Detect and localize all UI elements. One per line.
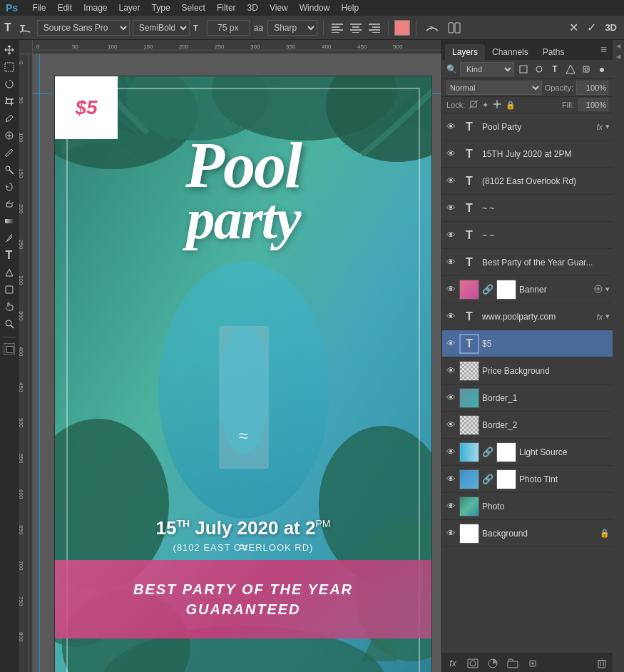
history-brush-tool[interactable] bbox=[2, 180, 16, 194]
tab-channels[interactable]: Channels bbox=[485, 44, 536, 60]
lock-pixels-btn[interactable]: ✦ bbox=[482, 101, 489, 110]
new-group-button[interactable] bbox=[505, 656, 521, 671]
align-left-button[interactable] bbox=[329, 20, 345, 36]
rectangle-select-tool[interactable] bbox=[2, 60, 16, 74]
layer-visibility-photo-tint[interactable]: 👁 bbox=[445, 474, 456, 485]
layer-visibility-light-source[interactable]: 👁 bbox=[445, 447, 456, 458]
layer-visibility-pool-party[interactable]: 👁 bbox=[445, 121, 456, 133]
layer-expand-banner[interactable]: ▾ bbox=[605, 285, 610, 294]
pen-tool[interactable] bbox=[2, 231, 16, 245]
lock-all-btn[interactable]: 🔒 bbox=[506, 101, 516, 110]
layer-visibility-border2[interactable]: 👁 bbox=[445, 419, 456, 431]
layer-visibility-website[interactable]: 👁 bbox=[445, 311, 456, 322]
text-color-swatch[interactable] bbox=[394, 20, 410, 36]
layer-expand-pool-party[interactable]: ▾ bbox=[605, 122, 610, 131]
font-weight-select[interactable]: SemiBold bbox=[133, 20, 190, 36]
menu-view[interactable]: View bbox=[270, 3, 288, 13]
layer-pool-party[interactable]: 👁 T Pool Party fx ▾ bbox=[442, 113, 613, 141]
filter-toggle-btn[interactable]: ● bbox=[595, 63, 608, 76]
menu-help[interactable]: Help bbox=[341, 3, 359, 13]
layer-fx-website[interactable]: fx bbox=[596, 312, 603, 321]
layer-visibility-wave2[interactable]: 👁 bbox=[445, 230, 456, 241]
layer-fx-pool-party[interactable]: fx bbox=[596, 123, 603, 131]
menu-layer[interactable]: Layer bbox=[119, 3, 140, 13]
layers-list[interactable]: 👁 T Pool Party fx ▾ 👁 T 15TH July 2020 a… bbox=[442, 113, 613, 653]
lock-position-btn[interactable] bbox=[493, 100, 501, 111]
filter-pixel-btn[interactable] bbox=[517, 63, 530, 76]
menu-type[interactable]: Type bbox=[152, 3, 170, 13]
align-center-button[interactable] bbox=[348, 20, 364, 36]
opacity-input[interactable] bbox=[576, 81, 608, 95]
layer-visibility-photo[interactable]: 👁 bbox=[445, 501, 456, 512]
font-family-select[interactable]: Source Sans Pro bbox=[37, 20, 130, 36]
filter-type-select[interactable]: Kind bbox=[460, 62, 514, 76]
new-layer-button[interactable] bbox=[525, 656, 541, 671]
layer-expand-website[interactable]: ▾ bbox=[605, 312, 610, 321]
zoom-tool[interactable] bbox=[2, 317, 16, 331]
commit-type-button[interactable]: ✓ bbox=[584, 19, 599, 36]
layer-price[interactable]: 👁 T $5 bbox=[442, 330, 613, 357]
blend-mode-select[interactable]: Normal bbox=[446, 81, 542, 95]
layer-border1[interactable]: 👁 Border_1 bbox=[442, 385, 613, 412]
layer-8102-east[interactable]: 👁 T (8102 East Overlook Rd) bbox=[442, 168, 613, 195]
layer-price-bg[interactable]: 👁 Price Background bbox=[442, 357, 613, 385]
fill-input[interactable] bbox=[578, 98, 608, 111]
warp-text-button[interactable]: T bbox=[16, 20, 34, 36]
filter-shape-btn[interactable] bbox=[564, 63, 577, 76]
gradient-tool[interactable] bbox=[2, 214, 16, 228]
layer-15th-july[interactable]: 👁 T 15TH July 2020 at 2PM bbox=[442, 141, 613, 168]
add-fx-button[interactable]: fx bbox=[445, 656, 461, 671]
menu-file[interactable]: File bbox=[32, 3, 46, 13]
hand-tool[interactable] bbox=[2, 300, 16, 314]
warp-text-options-button[interactable]: T bbox=[422, 21, 442, 35]
menu-edit[interactable]: Edit bbox=[57, 3, 72, 13]
layer-best-party[interactable]: 👁 T Best Party of the Year Guar... bbox=[442, 249, 613, 276]
filter-adjustment-btn[interactable] bbox=[533, 63, 546, 76]
menu-window[interactable]: Window bbox=[300, 3, 330, 13]
info-tab[interactable]: ◀ bbox=[615, 54, 622, 60]
foreground-color[interactable] bbox=[4, 343, 15, 355]
layer-visibility-wave1[interactable]: 👁 bbox=[445, 203, 456, 214]
clone-stamp-tool[interactable] bbox=[2, 163, 16, 177]
panel-menu-button[interactable]: ≡ bbox=[598, 40, 610, 60]
healing-tool[interactable] bbox=[2, 128, 16, 143]
lock-transparent-btn[interactable] bbox=[469, 100, 478, 111]
crop-tool[interactable] bbox=[2, 94, 16, 108]
3d-mode-label[interactable]: 3D bbox=[605, 22, 617, 33]
new-adjustment-button[interactable] bbox=[485, 656, 501, 671]
layer-photo-tint[interactable]: 👁 🔗 Photo Tint bbox=[442, 466, 613, 493]
filter-smart-obj-btn[interactable] bbox=[580, 63, 593, 76]
layer-visibility-banner[interactable]: 👁 bbox=[445, 284, 456, 295]
path-selection-tool[interactable] bbox=[2, 265, 16, 280]
add-mask-button[interactable] bbox=[465, 656, 481, 671]
navigator-tab[interactable]: ◀ bbox=[615, 43, 622, 49]
layer-website[interactable]: 👁 T www.poolparty.com fx ▾ bbox=[442, 303, 613, 330]
layer-visibility-background[interactable]: 👁 bbox=[445, 528, 456, 539]
type-tool-icon[interactable]: T bbox=[4, 21, 11, 34]
align-right-button[interactable] bbox=[367, 20, 382, 36]
menu-filter[interactable]: Filter bbox=[217, 3, 236, 13]
move-tool[interactable] bbox=[2, 43, 16, 57]
layer-visibility-8102[interactable]: 👁 bbox=[445, 175, 456, 187]
tab-layers[interactable]: Layers bbox=[445, 44, 485, 60]
layer-banner[interactable]: 👁 🔗 Banner ▾ bbox=[442, 276, 613, 303]
menu-select[interactable]: Select bbox=[182, 3, 205, 13]
layer-background[interactable]: 👁 Background 🔒 bbox=[442, 520, 613, 547]
font-size-input[interactable] bbox=[207, 20, 250, 36]
character-panel-button[interactable] bbox=[445, 21, 464, 35]
cancel-type-button[interactable]: ✕ bbox=[566, 19, 581, 36]
layer-visibility-border1[interactable]: 👁 bbox=[445, 392, 456, 404]
menu-image[interactable]: Image bbox=[83, 3, 107, 13]
layer-visibility-best-party[interactable]: 👁 bbox=[445, 257, 456, 268]
anti-aliasing-select[interactable]: Sharp bbox=[267, 20, 317, 36]
eraser-tool[interactable] bbox=[2, 197, 16, 211]
shape-tool[interactable] bbox=[2, 282, 16, 297]
brush-tool[interactable] bbox=[2, 146, 16, 160]
delete-layer-button[interactable] bbox=[594, 656, 610, 671]
type-tool[interactable]: T bbox=[2, 248, 16, 263]
layer-visibility-15th-july[interactable]: 👁 bbox=[445, 148, 456, 160]
eyedropper-tool[interactable] bbox=[2, 111, 16, 126]
filter-type-btn[interactable]: T bbox=[548, 63, 561, 76]
canvas-area[interactable]: 0 50 100 150 200 250 300 350 400 450 500 bbox=[19, 40, 441, 672]
layer-visibility-price-bg[interactable]: 👁 bbox=[445, 365, 456, 377]
